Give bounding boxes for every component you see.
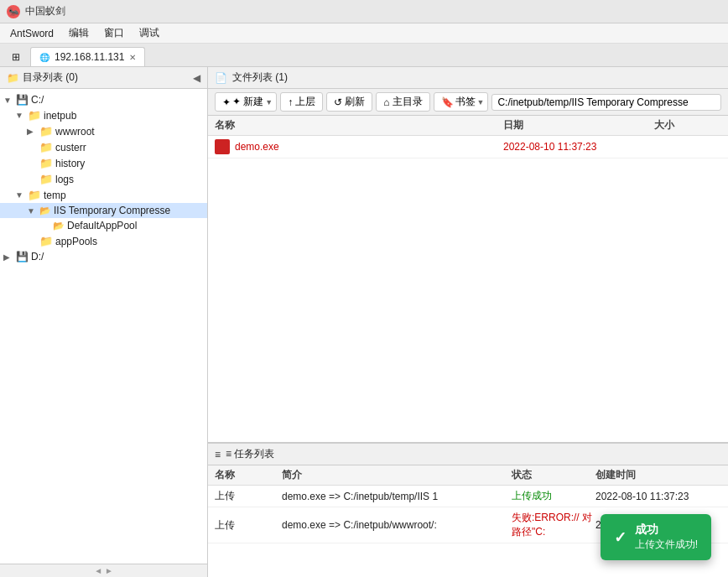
folder-wwwroot-icon: 📁 xyxy=(39,125,53,138)
tree-item-c-drive[interactable]: ▼ 💾 C:/ xyxy=(0,92,207,107)
expand-wwwroot[interactable]: ▶ xyxy=(27,127,37,136)
drive-d-icon: 💾 xyxy=(16,251,29,263)
folder-history-label: history xyxy=(55,158,85,169)
drive-c-icon: 💾 xyxy=(16,94,29,106)
tab-close-icon[interactable]: ✕ xyxy=(129,53,136,62)
new-label: ✦ 新建 xyxy=(232,95,263,109)
folder-custerr-icon: 📁 xyxy=(39,141,53,153)
tree-item-d-drive[interactable]: ▶ 💾 D:/ xyxy=(0,249,207,264)
folder-temp-label: temp xyxy=(44,190,66,201)
expand-defaultapppool[interactable]: ▶ xyxy=(40,221,50,231)
collapse-icon[interactable]: ◀ xyxy=(193,72,200,84)
expand-iis-temp[interactable]: ▼ xyxy=(27,206,37,216)
up-icon: ↑ xyxy=(288,96,293,108)
menu-debug[interactable]: 调试 xyxy=(133,24,166,42)
folder-history-icon: 📁 xyxy=(39,157,53,169)
home-tab-icon: ⊞ xyxy=(12,51,20,63)
task-name-0: 上传 xyxy=(215,489,282,503)
folder-inetpub-label: inetpub xyxy=(44,110,76,122)
col-name: 名称 xyxy=(215,118,503,133)
tree-item-defaultapppool[interactable]: ▶ 📂 DefaultAppPool xyxy=(0,218,207,233)
folder-logs-icon: 📁 xyxy=(39,173,53,185)
task-status-0: 上传成功 xyxy=(512,489,595,503)
task-status-1: 失败:ERROR:// 对路径"C: xyxy=(512,511,595,539)
file-panel-header: 📄 文件列表 (1) xyxy=(208,67,728,89)
bookmark-button[interactable]: 🔖 书签 ▼ xyxy=(434,92,489,112)
file-toolbar: ✦ ✦ 新建 ▼ ↑ 上层 ↺ 刷新 ⌂ 主目录 🔖 xyxy=(208,89,728,116)
tree-item-inetpub[interactable]: ▼ 📁 inetpub xyxy=(0,107,207,123)
tree-item-custerr[interactable]: ▶ 📁 custerr xyxy=(0,139,207,155)
menu-window[interactable]: 窗口 xyxy=(97,24,131,42)
resize-arrows: ◄ ► xyxy=(94,566,113,575)
expand-logs[interactable]: ▶ xyxy=(27,174,37,184)
menu-edit[interactable]: 编辑 xyxy=(62,24,96,42)
toast: ✓ 成功 上传文件成功! xyxy=(601,514,711,560)
expand-history[interactable]: ▶ xyxy=(27,159,37,168)
home-icon: ⌂ xyxy=(383,96,389,108)
left-panel-title: 目录列表 (0) xyxy=(23,70,78,85)
file-date-demo-exe: 2022-08-10 11:37:23 xyxy=(503,141,654,153)
tab-connection[interactable]: 🌐 192.168.11.131 ✕ xyxy=(30,47,145,66)
app-icon: 🐜 xyxy=(7,5,20,18)
refresh-button[interactable]: ↺ 刷新 xyxy=(326,92,372,112)
home-button[interactable]: ⌂ 主目录 xyxy=(376,92,429,112)
path-input[interactable] xyxy=(491,94,721,111)
tree-item-temp[interactable]: ▼ 📁 temp xyxy=(0,187,207,203)
tree-item-wwwroot[interactable]: ▶ 📁 wwwroot xyxy=(0,123,207,139)
expand-temp[interactable]: ▼ xyxy=(15,190,25,200)
task-name-1: 上传 xyxy=(215,518,282,533)
new-button[interactable]: ✦ ✦ 新建 ▼ xyxy=(215,92,277,112)
file-panel-icon: 📄 xyxy=(215,72,227,84)
task-col-created: 创建时间 xyxy=(595,468,721,482)
folder-defaultapppool-label: DefaultAppPool xyxy=(67,220,137,231)
exe-icon xyxy=(215,139,230,154)
bookmark-label: 书签 xyxy=(455,95,476,109)
task-row-0[interactable]: 上传 demo.exe => C:/inetpub/temp/IIS 1 上传成… xyxy=(208,486,728,507)
folder-inetpub-icon: 📁 xyxy=(28,109,41,122)
folder-temp-icon: 📁 xyxy=(28,189,41,201)
task-col-desc: 简介 xyxy=(282,468,512,482)
tree-item-logs[interactable]: ▶ 📁 logs xyxy=(0,171,207,187)
expand-c[interactable]: ▼ xyxy=(3,96,13,105)
left-panel-header: 📁 目录列表 (0) ◀ xyxy=(0,67,207,89)
right-panel: 📄 文件列表 (1) ✦ ✦ 新建 ▼ ↑ 上层 ↺ 刷新 xyxy=(208,67,728,577)
refresh-label: 刷新 xyxy=(345,95,365,109)
toast-title: 成功 xyxy=(635,522,698,538)
toast-text: 成功 上传文件成功! xyxy=(635,522,698,552)
bookmark-dropdown-icon: ▼ xyxy=(477,98,485,107)
menubar: AntSword 编辑 窗口 调试 xyxy=(0,23,728,44)
titlebar: 🐜 中国蚁剑 xyxy=(0,0,728,23)
task-desc-0: demo.exe => C:/inetpub/temp/IIS 1 xyxy=(282,491,512,502)
file-list: demo.exe 2022-08-10 11:37:23 xyxy=(208,136,728,442)
file-section: 📄 文件列表 (1) ✦ ✦ 新建 ▼ ↑ 上层 ↺ 刷新 xyxy=(208,67,728,443)
expand-apppools[interactable]: ▶ xyxy=(27,237,37,246)
bookmark-icon: 🔖 xyxy=(441,96,454,108)
task-created-0: 2022-08-10 11:37:23 xyxy=(595,491,721,502)
folder-icon: 📁 xyxy=(7,72,19,84)
drive-c-label: C:/ xyxy=(31,94,44,106)
tree-container[interactable]: ▼ 💾 C:/ ▼ 📁 inetpub ▶ 📁 wwwroot ▶ 📁 cust… xyxy=(0,89,207,564)
folder-wwwroot-label: wwwroot xyxy=(55,126,95,138)
folder-apppools-label: appPools xyxy=(55,236,97,247)
file-panel-title: 文件列表 (1) xyxy=(232,70,288,85)
tab-icon: 🌐 xyxy=(39,53,49,62)
up-button[interactable]: ↑ 上层 xyxy=(280,92,323,112)
tree-item-history[interactable]: ▶ 📁 history xyxy=(0,155,207,171)
left-panel-resize-handle[interactable]: ◄ ► xyxy=(0,564,207,577)
task-header-icon: ≡ xyxy=(215,449,221,460)
home-label: 主目录 xyxy=(393,95,423,109)
expand-custerr[interactable]: ▶ xyxy=(27,143,37,152)
expand-inetpub[interactable]: ▼ xyxy=(15,111,25,120)
tree-item-apppools[interactable]: ▶ 📁 appPools xyxy=(0,233,207,249)
folder-iis-temp-icon: 📂 xyxy=(39,205,51,216)
toast-subtitle: 上传文件成功! xyxy=(635,538,698,552)
menu-antsword[interactable]: AntSword xyxy=(3,26,60,41)
file-row-demo-exe[interactable]: demo.exe 2022-08-10 11:37:23 xyxy=(208,136,728,159)
main-layout: 📁 目录列表 (0) ◀ ▼ 💾 C:/ ▼ 📁 inetpub ▶ 📁 xyxy=(0,67,728,577)
task-desc-1: demo.exe => C:/inetpub/wwwroot/: xyxy=(282,519,512,531)
tree-item-iis-temp[interactable]: ▼ 📂 IIS Temporary Compresse xyxy=(0,203,207,218)
new-icon: ✦ xyxy=(222,96,231,108)
refresh-icon: ↺ xyxy=(334,96,342,108)
expand-d[interactable]: ▶ xyxy=(3,252,13,262)
home-tab[interactable]: ⊞ xyxy=(3,47,29,66)
